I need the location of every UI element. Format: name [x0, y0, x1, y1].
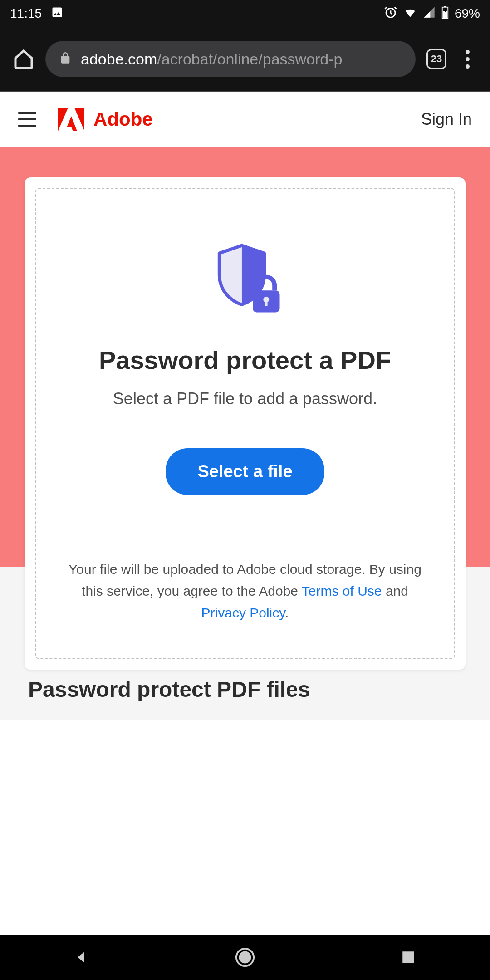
- lock-icon: [59, 50, 72, 68]
- status-bar: 11:15 69%: [0, 0, 490, 27]
- svg-point-12: [240, 952, 250, 963]
- page-header: Adobe Sign In: [0, 92, 490, 147]
- signal-icon: [423, 6, 436, 22]
- terms-text: Your file will be uploaded to Adobe clou…: [59, 559, 431, 624]
- battery-icon: [441, 5, 449, 22]
- hero-section: Password protect a PDF Select a PDF file…: [0, 147, 490, 575]
- browser-menu-icon[interactable]: [457, 50, 477, 69]
- adobe-logo[interactable]: Adobe: [58, 108, 153, 131]
- alarm-icon: [384, 5, 397, 22]
- adobe-logo-icon: [58, 108, 84, 131]
- wifi-icon: [403, 5, 417, 23]
- brand-name: Adobe: [93, 108, 153, 130]
- section-title: Password protect PDF files: [0, 677, 490, 720]
- recent-apps-button[interactable]: [397, 946, 419, 968]
- image-icon: [51, 6, 64, 22]
- terms-of-use-link[interactable]: Terms of Use: [302, 583, 382, 598]
- url-bar[interactable]: adobe.com/acrobat/online/password-p: [45, 41, 416, 77]
- browser-bar: adobe.com/acrobat/online/password-p 23: [0, 27, 490, 91]
- tab-count[interactable]: 23: [426, 49, 446, 69]
- upload-card: Password protect a PDF Select a PDF file…: [24, 177, 466, 670]
- home-icon[interactable]: [13, 48, 34, 70]
- back-button[interactable]: [71, 946, 93, 968]
- dropzone[interactable]: Password protect a PDF Select a PDF file…: [35, 188, 455, 659]
- battery-percent: 69%: [455, 6, 480, 21]
- sign-in-link[interactable]: Sign In: [421, 110, 472, 129]
- select-file-button[interactable]: Select a file: [166, 448, 324, 495]
- card-title: Password protect a PDF: [99, 345, 391, 375]
- card-subtitle: Select a PDF file to add a password.: [113, 389, 377, 408]
- shield-lock-icon: [206, 239, 284, 318]
- svg-rect-2: [444, 6, 446, 7]
- url-text: adobe.com/acrobat/online/password-p: [81, 50, 342, 68]
- svg-rect-13: [402, 951, 414, 963]
- privacy-policy-link[interactable]: Privacy Policy: [201, 605, 285, 620]
- status-time: 11:15: [10, 6, 42, 21]
- svg-rect-6: [265, 301, 268, 306]
- menu-icon[interactable]: [18, 112, 36, 127]
- system-nav-bar: [0, 935, 490, 980]
- home-button[interactable]: [234, 946, 256, 968]
